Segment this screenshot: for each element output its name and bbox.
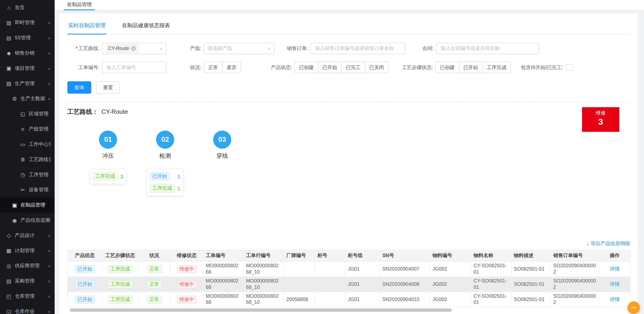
sidebar-item-work-center[interactable]: ▭工作中心管理 — [0, 137, 55, 152]
status-tag: 正常 — [147, 265, 162, 273]
content-card: 实时在制品管理 在制品健康状态报表 *工艺路线: CY-Route × ∨ 产线… — [59, 13, 638, 314]
route-select[interactable]: CY-Route × ∨ — [102, 43, 166, 54]
product-status-option-1[interactable]: 已开始 — [318, 62, 342, 73]
column-header-10: 物料编号 — [430, 250, 471, 261]
sidebar-item-label: 项目管理 — [15, 65, 35, 72]
status-tag: 维修中 — [177, 265, 197, 273]
sidebar-item-project[interactable]: ▣项目管理∨ — [0, 61, 55, 76]
step-status-option-0[interactable]: 已创建 — [435, 62, 459, 73]
include-pending-checkbox[interactable] — [566, 64, 573, 71]
route-title: 工艺路线：CY-Route — [67, 108, 630, 116]
status-tag: 已开始 — [75, 295, 95, 303]
export-link[interactable]: ↓ 导出产品信息明细 — [67, 240, 630, 247]
filter-row-2: 工单编号: 状况: 正常废弃 产品状态: 已创建已开始已完工已关闭 工艺步骤状态… — [67, 62, 630, 73]
contract-input[interactable] — [440, 45, 535, 52]
cell-material_name: CY-SO082501-01 — [471, 292, 511, 307]
status-count: 3 — [120, 173, 123, 179]
column-header-6: 厂牌编号 — [284, 250, 315, 261]
cell-work_order_line: MO00000080268_10 — [243, 261, 284, 277]
status-tag: 已开始 — [75, 280, 95, 288]
export-link-text: 导出产品信息明细 — [591, 241, 630, 246]
sidebar-item-wip[interactable]: ▣在制品管理 — [0, 198, 55, 213]
status-tag: 已开始 — [75, 265, 95, 273]
sidebar-item-plan[interactable]: ▦计划管理∨ — [0, 243, 55, 258]
horizontal-scrollbar[interactable] — [67, 308, 630, 312]
detail-link[interactable]: 详情 — [610, 281, 620, 287]
scrollbar-thumb[interactable] — [70, 308, 452, 312]
filter-actions: 查询 重置 — [67, 81, 630, 94]
reset-button[interactable]: 重置 — [96, 81, 120, 94]
cell-material_name: CY-SO082501-01 — [471, 261, 511, 277]
chevron-down-icon: ∨ — [46, 294, 51, 298]
sidebar-item-purchase[interactable]: ▤采购管理∨ — [0, 274, 55, 289]
sales-order-input[interactable] — [314, 45, 401, 52]
sidebar-item-production[interactable]: ▧生产管理∧ — [0, 76, 55, 91]
sidebar-item-product-design[interactable]: ◇产品设计∨ — [0, 228, 55, 243]
step-status-option-2[interactable]: 工序完成 — [482, 62, 511, 73]
sidebar-item-warehouse[interactable]: ◰仓库管理∨ — [0, 289, 55, 304]
condition-option-1[interactable]: 废弃 — [222, 62, 241, 73]
status-tag: 维修中 — [177, 280, 197, 288]
route-section: 工艺路线：CY-Route 维修 3 01冲压工序完成302检测已开始1工序完成… — [67, 102, 630, 247]
cell-cabinet_no — [315, 277, 345, 292]
page-tab-wip[interactable]: 在制品管理 — [64, 0, 95, 10]
scissors-icon: ✂ — [20, 187, 26, 193]
line-filter-label: 产线: — [177, 45, 201, 52]
supplier-icon: ◎ — [6, 263, 12, 269]
sidebar-item-home[interactable]: ⌂首页 — [0, 0, 55, 15]
home-icon: ⌂ — [6, 5, 12, 11]
search-button[interactable]: 查询 — [67, 81, 91, 94]
sidebar-item-label: 即时管理 — [15, 19, 35, 26]
download-icon: ↓ — [587, 241, 591, 246]
product-status-option-2[interactable]: 已完工 — [341, 62, 365, 73]
status-tag: 工序完成 — [108, 265, 132, 273]
tab-realtime-wip[interactable]: 实时在制品管理 — [67, 18, 106, 35]
sidebar-item-production-line[interactable]: ≡产线管理 — [0, 122, 55, 137]
line-select[interactable]: 请选择产线 ∨ — [204, 43, 274, 54]
sidebar-item-production-master-data[interactable]: ⚙生产主数据∧ — [0, 91, 55, 106]
route-step-03: 03穿线 — [204, 131, 241, 196]
cell-condition: 正常 — [138, 292, 170, 307]
condition-option-0[interactable]: 正常 — [204, 62, 223, 73]
detail-link[interactable]: 详情 — [610, 296, 620, 302]
chat-dots-icon: ••• — [631, 305, 636, 310]
sidebar-item-process-route[interactable]: ≣工艺路线管理 — [0, 152, 55, 167]
tab-health-report[interactable]: 在制品健康状态报表 — [121, 18, 171, 34]
sidebar-item-equipment[interactable]: ✂设备管理 — [0, 182, 55, 198]
repair-badge-label: 维修 — [582, 107, 619, 117]
sidebar-item-label: 生产管理 — [15, 80, 35, 87]
chat-bubble-button[interactable]: ••• — [627, 302, 640, 314]
sidebar-item-label: 计划管理 — [15, 247, 35, 254]
sidebar-item-realtime[interactable]: ▥即时管理∨ — [0, 15, 55, 30]
sidebar-item-label: 工作中心管理 — [29, 141, 51, 148]
warehouse-ops-icon: ◲ — [6, 308, 12, 314]
sidebar-item-product-trace[interactable]: ◉产品信息追溯 — [0, 213, 55, 228]
warehouse-icon: ◰ — [6, 293, 12, 299]
remove-tag-icon[interactable]: × — [131, 46, 136, 51]
cell-material_desc: SO082501-01 — [511, 292, 551, 307]
sidebar-item-supplier[interactable]: ◎供应商管理∨ — [0, 258, 55, 274]
cell-repair_status: 维修中 — [170, 277, 203, 292]
repair-badge: 维修 3 — [582, 107, 619, 132]
cell-repair_status: 维修中 — [170, 261, 203, 277]
sidebar-item-area[interactable]: ◱区域管理 — [0, 106, 55, 122]
route-filter-label: *工艺路线: — [67, 45, 99, 52]
sidebar-item-5s[interactable]: ▤5S管理∨ — [0, 30, 55, 46]
cell-sales_order_no: SO20200904000002 — [551, 261, 599, 277]
condition-filter-label: 状况: — [177, 64, 201, 71]
step-status-option-1[interactable]: 已开始 — [459, 62, 483, 73]
chart-icon: ▥ — [6, 20, 12, 26]
workorder-input[interactable] — [105, 64, 163, 71]
cell-brand_no — [284, 261, 315, 277]
route-title-value: CY-Route — [101, 108, 128, 115]
cell-work_order: MO00000080268 — [203, 277, 243, 292]
sidebar-item-warehouse-ops[interactable]: ◲仓库作业∨ — [0, 304, 55, 314]
route-icon: ≣ — [20, 156, 26, 163]
route-select-tag: CY-Route × — [105, 44, 138, 53]
product-status-option-0[interactable]: 已创建 — [294, 62, 318, 73]
sidebar-item-process[interactable]: ◷工序管理 — [0, 167, 55, 182]
table-row: 已开始工序完成正常维修中MO00000080268MO00000080268_1… — [68, 261, 630, 277]
sidebar-item-sales-distribution[interactable]: ☻销售分销∨ — [0, 45, 55, 61]
detail-link[interactable]: 详情 — [610, 266, 620, 272]
product-status-option-3[interactable]: 已关闭 — [365, 62, 389, 73]
